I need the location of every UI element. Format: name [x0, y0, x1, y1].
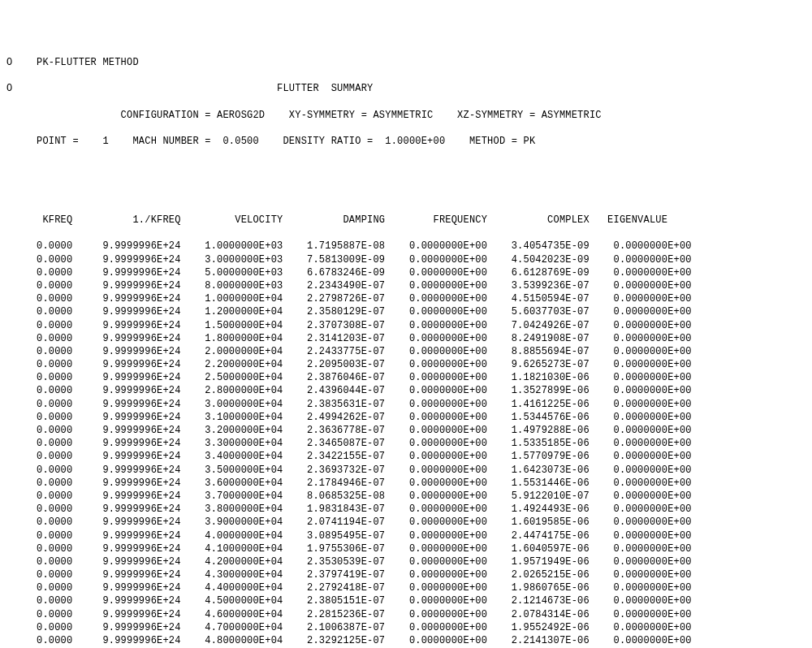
table-row: 0.0000 9.9999996E+24 3.0000000E+04 2.383…: [6, 398, 806, 411]
table-row: 0.0000 9.9999996E+24 3.1000000E+04 2.499…: [6, 411, 806, 424]
table-row: 0.0000 9.9999996E+24 5.0000000E+03 6.678…: [6, 266, 806, 279]
table-row: 0.0000 9.9999996E+24 3.7000000E+04 8.068…: [6, 490, 806, 503]
header-line-point: POINT = 1 MACH NUMBER = 0.0500 DENSITY R…: [6, 135, 806, 148]
table-row: 0.0000 9.9999996E+24 1.8000000E+04 2.314…: [6, 332, 806, 345]
table-row: 0.0000 9.9999996E+24 1.0000000E+03 1.719…: [6, 240, 806, 253]
blank-1: [6, 161, 806, 174]
header-line-config: CONFIGURATION = AEROSG2D XY-SYMMETRY = A…: [6, 109, 806, 122]
blank-2: [6, 188, 806, 201]
table-row: 0.0000 9.9999996E+24 3.4000000E+04 2.342…: [6, 450, 806, 463]
table-row: 0.0000 9.9999996E+24 3.8000000E+04 1.983…: [6, 503, 806, 516]
table-row: 0.0000 9.9999996E+24 3.5000000E+04 2.369…: [6, 464, 806, 477]
table-row: 0.0000 9.9999996E+24 4.4000000E+04 2.279…: [6, 581, 806, 594]
table-row: 0.0000 9.9999996E+24 8.0000000E+03 2.234…: [6, 279, 806, 292]
table-row: 0.0000 9.9999996E+24 2.2000000E+04 2.209…: [6, 358, 806, 371]
table-row: 0.0000 9.9999996E+24 4.7000000E+04 2.100…: [6, 621, 806, 634]
table-row: 0.0000 9.9999996E+24 4.6000000E+04 2.281…: [6, 608, 806, 621]
table-row: 0.0000 9.9999996E+24 4.5000000E+04 2.380…: [6, 594, 806, 607]
table-row: 0.0000 9.9999996E+24 3.9000000E+04 2.074…: [6, 516, 806, 529]
table-row: 0.0000 9.9999996E+24 2.5000000E+04 2.387…: [6, 371, 806, 384]
table-row: 0.0000 9.9999996E+24 4.0000000E+04 3.089…: [6, 529, 806, 542]
table-row: 0.0000 9.9999996E+24 4.2000000E+04 2.353…: [6, 555, 806, 568]
table-row: 0.0000 9.9999996E+24 3.3000000E+04 2.346…: [6, 437, 806, 450]
table-row: 0.0000 9.9999996E+24 1.2000000E+04 2.358…: [6, 305, 806, 318]
column-headers: KFREQ 1./KFREQ VELOCITY DAMPING FREQUENC…: [6, 214, 806, 227]
table-row: 0.0000 9.9999996E+24 3.6000000E+04 2.178…: [6, 477, 806, 490]
table-row: 0.0000 9.9999996E+24 2.8000000E+04 2.439…: [6, 384, 806, 397]
table-row: 0.0000 9.9999996E+24 4.3000000E+04 2.379…: [6, 568, 806, 581]
table-row: 0.0000 9.9999996E+24 2.0000000E+04 2.243…: [6, 345, 806, 358]
table-row: 0.0000 9.9999996E+24 4.8000000E+04 2.329…: [6, 634, 806, 647]
header-line-1: O FLUTTER SUMMARY: [6, 82, 806, 95]
table-row: 0.0000 9.9999996E+24 1.5000000E+04 2.370…: [6, 319, 806, 332]
table-row: 0.0000 9.9999996E+24 3.2000000E+04 2.363…: [6, 424, 806, 437]
table-row: 0.0000 9.9999996E+24 4.1000000E+04 1.975…: [6, 542, 806, 555]
table-row: 0.0000 9.9999996E+24 1.0000000E+04 2.279…: [6, 292, 806, 305]
table-row: 0.0000 9.9999996E+24 3.0000000E+03 7.581…: [6, 253, 806, 266]
header-line-0: O PK-FLUTTER METHOD: [6, 56, 806, 69]
